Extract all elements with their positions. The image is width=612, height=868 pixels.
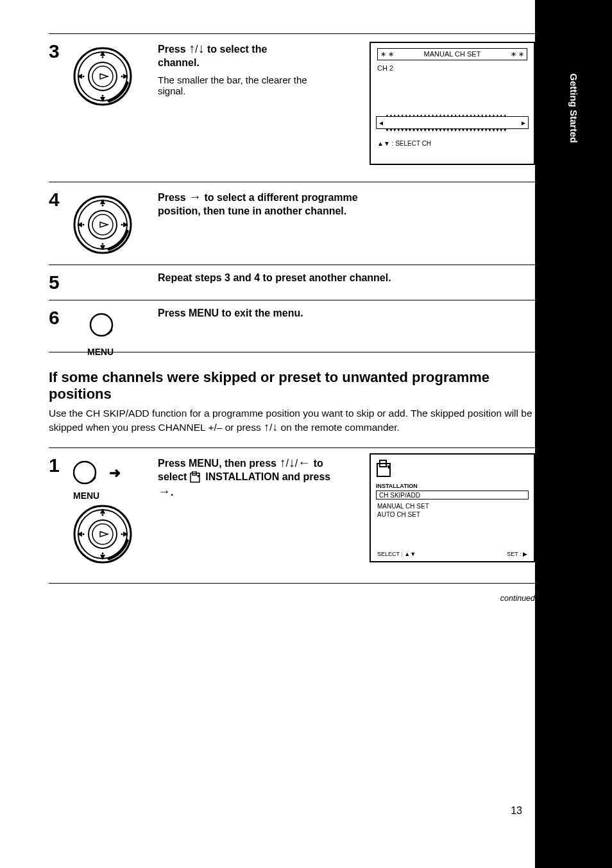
divider	[49, 352, 535, 352]
left-arrow-icon: ◄	[377, 119, 386, 126]
text: .	[171, 487, 173, 498]
svg-point-24	[83, 224, 85, 226]
footer-left: SELECT : ▲▼	[377, 551, 416, 557]
svg-point-9	[102, 56, 104, 58]
step-text: Press MENU to exit the menu.	[158, 307, 535, 320]
menu-item: MANUAL CH SET	[377, 502, 429, 510]
step-text: Repeat steps 3 and 4 to preset another c…	[158, 272, 535, 284]
page-content: 3 Press ↑/↓	[49, 0, 535, 603]
svg-point-39	[83, 533, 85, 535]
text: on the remote commander.	[281, 422, 400, 433]
svg-point-16	[92, 214, 113, 235]
page-number: 13	[511, 805, 522, 817]
tv-screen-mock: INSTALLATION CH SKIP/ADD MANUAL CH SET A…	[370, 453, 535, 562]
svg-point-10	[102, 95, 104, 97]
svg-point-11	[83, 76, 85, 78]
side-tab-label: Getting Started	[568, 73, 579, 143]
continued-label: continued	[49, 594, 535, 603]
side-tab: Getting Started	[535, 0, 612, 868]
text: Press	[158, 192, 189, 203]
menu-button-icon	[89, 312, 115, 339]
svg-point-22	[102, 205, 104, 207]
asterisks: ∗ ∗	[380, 50, 394, 58]
dpad-icon	[72, 503, 133, 565]
text: to select the	[207, 44, 267, 55]
svg-point-37	[102, 514, 104, 516]
svg-point-25	[121, 224, 123, 226]
step-note: The smaller the bar, the clearer the sig…	[158, 74, 337, 96]
screen-title-text: MANUAL CH SET	[424, 50, 481, 58]
text: to select a different programme	[205, 192, 358, 203]
screen-footer: SELECT : ▲▼ SET : ▶	[377, 551, 527, 557]
step-number: 5	[49, 272, 60, 293]
svg-point-31	[92, 524, 113, 544]
text: channel.	[158, 57, 200, 68]
text: Repeat steps 3 and 4 to preset another c…	[158, 272, 391, 283]
section-paragraph: Use the CH SKIP/ADD function for a progr…	[49, 407, 535, 435]
screen-highlight: CH SKIP/ADD	[376, 490, 529, 499]
menu-item: CH SKIP/ADD	[377, 492, 420, 499]
divider	[49, 583, 535, 584]
right-arrow-icon: ►	[519, 119, 528, 126]
menu-label: MENU	[87, 347, 114, 357]
screen-title-text: INSTALLATION	[376, 483, 418, 489]
screen-footer: ▲▼ : SELECT CH	[377, 140, 527, 147]
screen-title: ∗ ∗ MANUAL CH SET ∗ ∗	[377, 48, 527, 60]
installation-icon	[190, 471, 203, 483]
svg-rect-41	[191, 473, 200, 482]
text: Press MENU to exit the menu.	[158, 308, 303, 318]
screen-channel: CH 2	[377, 64, 527, 72]
text: to	[314, 458, 323, 469]
menu-item: AUTO CH SET	[377, 510, 429, 519]
svg-point-40	[121, 533, 123, 535]
dpad-icon	[72, 194, 133, 256]
tv-screen-mock: ∗ ∗ MANUAL CH SET ∗ ∗ CH 2 ▲▲▲▲▲▲▲▲▲▲▲▲▲…	[370, 42, 535, 165]
text: Press MENU, then press	[158, 458, 279, 469]
footer-right: SET : ▶	[507, 551, 527, 557]
dpad-icon	[72, 46, 133, 107]
step-text: Press → to select a different programme …	[158, 189, 535, 218]
svg-point-38	[102, 552, 104, 554]
signal-bar: ◄ ►	[376, 116, 529, 129]
menu-label: MENU	[73, 490, 133, 501]
text: Press	[158, 44, 189, 55]
step-number: 1	[49, 455, 60, 476]
text: select	[158, 471, 190, 482]
text: position, then tune in another channel.	[158, 205, 346, 216]
section-heading: If some channels were skipped or preset …	[49, 369, 535, 403]
asterisks: ∗ ∗	[511, 50, 524, 58]
step-number: 3	[49, 40, 60, 62]
arrow-right-icon: ➜	[109, 465, 121, 482]
installation-icon	[376, 460, 395, 478]
svg-point-12	[121, 76, 123, 78]
svg-point-3	[92, 66, 113, 87]
step-number: 4	[49, 189, 60, 211]
svg-point-23	[102, 243, 104, 245]
step-number: 6	[49, 307, 60, 329]
menu-button-icon	[72, 460, 99, 487]
screen-menu-list: MANUAL CH SET AUTO CH SET	[377, 502, 429, 519]
text: INSTALLATION and press	[205, 471, 330, 482]
